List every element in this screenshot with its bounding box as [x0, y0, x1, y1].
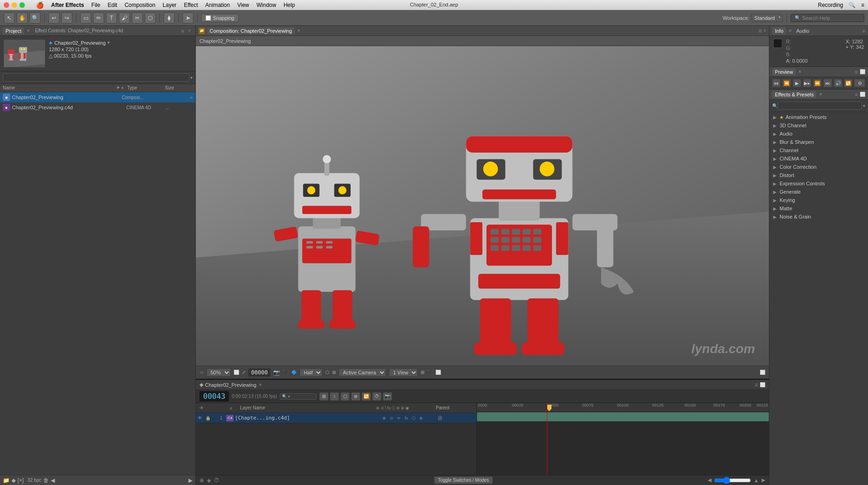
info-tab-close[interactable]: ×	[789, 28, 792, 33]
timeline-bottom-expand[interactable]: ▶	[762, 477, 765, 483]
effects-panel-menu[interactable]: ≡	[855, 92, 858, 97]
mask-icon[interactable]: ⬡	[325, 370, 329, 375]
audio-tab[interactable]: Audio	[793, 27, 812, 35]
menu-item-layer[interactable]: Layer	[163, 2, 176, 8]
render-icon[interactable]: ⬛	[427, 370, 433, 375]
play-sound-btn[interactable]: ▶▸	[803, 79, 811, 87]
new-folder-icon[interactable]: 📁	[3, 477, 10, 484]
info-tab[interactable]: Info	[772, 27, 786, 35]
effect-item-11[interactable]: ▶ Matte	[769, 204, 868, 213]
rect-tool[interactable]: ▭	[80, 12, 91, 24]
zoom-slider[interactable]	[714, 477, 751, 484]
comp-panel-menu[interactable]: ≡	[758, 28, 762, 34]
effect-item-10[interactable]: ▶ Keying	[769, 196, 868, 204]
effect-item-12[interactable]: ▶ Noise & Grain	[769, 213, 868, 221]
layer-lock-0[interactable]: 🔒	[205, 416, 210, 420]
effect-item-2[interactable]: ▶ Audio	[769, 130, 868, 138]
comp-tab-close[interactable]: ×	[298, 28, 300, 33]
project-tab[interactable]: Project	[3, 27, 24, 35]
nav-arrow[interactable]: ➤	[182, 12, 194, 24]
search-dropdown-arrow[interactable]: ▾	[190, 75, 193, 80]
comp-canvas[interactable]: lynda.com	[196, 46, 769, 366]
audio-btn[interactable]: 🔊	[834, 79, 842, 87]
expand-icon[interactable]: ▶	[188, 477, 193, 484]
file-item-0[interactable]: ◆ Chapter02_Previewing Composi... ≡	[0, 92, 195, 102]
minimize-button[interactable]	[12, 2, 17, 8]
fit-icon[interactable]: ⬜	[234, 370, 239, 375]
camera-snap-icon[interactable]: 📷	[273, 369, 280, 376]
preview-tab[interactable]: Preview	[772, 68, 796, 76]
play-btn[interactable]: ▶	[793, 79, 801, 87]
comp-tab[interactable]: Composition: Chapter02_Previewing	[207, 27, 295, 35]
menu-item-edit[interactable]: Edit	[108, 2, 117, 8]
timeline-track-area[interactable]: 0000 00025 00050 00075 00100 00125 00150…	[477, 403, 769, 475]
effect-item-4[interactable]: ▶ Channel	[769, 146, 868, 154]
snapping-toggle[interactable]: Snapping	[201, 14, 239, 22]
layer-eye-0[interactable]: 👁	[198, 415, 204, 420]
view-select[interactable]: 1 View	[389, 368, 418, 377]
timeline-tool-6[interactable]: ⏱	[372, 392, 381, 401]
effect-item-9[interactable]: ▶ Generate	[769, 188, 868, 196]
timeline-bottom-icon-3[interactable]: ⏱	[214, 477, 219, 484]
col-type[interactable]: Type	[127, 85, 164, 90]
apple-menu[interactable]: 🍎	[36, 1, 44, 9]
effect-item-3[interactable]: ▶ Blur & Sharpen	[769, 138, 868, 146]
preview-settings-btn[interactable]: ⚙	[854, 79, 865, 87]
timecode-display[interactable]: 00043	[199, 391, 229, 402]
menu-item-window[interactable]: Window	[257, 2, 276, 8]
view-icons[interactable]: ⊞	[421, 370, 424, 375]
snapping-checkbox[interactable]	[205, 15, 211, 21]
playhead[interactable]	[547, 403, 547, 475]
timeline-search[interactable]: 🔍 ▾	[280, 393, 317, 400]
trash-icon[interactable]: 🗑	[43, 477, 49, 484]
zoom-tool[interactable]: 🔍	[29, 12, 41, 24]
preview-panel-extra[interactable]: ⬜	[860, 69, 865, 74]
timeline-bottom-slider-left[interactable]: ◀	[708, 477, 711, 483]
loop-btn[interactable]: 🔁	[844, 79, 852, 87]
timeline-tool-7[interactable]: 📷	[383, 392, 392, 401]
timeline-panel-menu[interactable]: ≡	[755, 382, 758, 388]
next-frame-btn[interactable]: ⏩	[813, 79, 821, 87]
project-tab-close[interactable]: ×	[27, 28, 29, 33]
brush-tool[interactable]: 🖌	[119, 12, 130, 24]
full-screen-icon[interactable]: ⤢	[242, 370, 246, 375]
effects-tab-close[interactable]: ×	[819, 92, 822, 97]
comp-panel-close[interactable]: ×	[763, 28, 766, 33]
maximize-button[interactable]	[19, 2, 25, 8]
workspace-dropdown[interactable]: Standard ▾	[751, 14, 783, 22]
timeline-expand[interactable]: ⬜	[760, 382, 765, 387]
camera-select[interactable]: Active Camera	[339, 368, 386, 377]
color-bg-btn[interactable]: ⬛	[283, 370, 288, 375]
selection-tool[interactable]: ↖	[4, 12, 15, 24]
sw-anchor-0[interactable]: ⊕	[381, 415, 387, 421]
timeline-tool-3[interactable]: ⬡	[340, 392, 350, 401]
preview-tab-close[interactable]: ×	[798, 69, 801, 74]
file-item-1[interactable]: ■ Chapter02_Previewing.c4d CINEMA 4D ...	[0, 102, 195, 112]
menu-item-view[interactable]: View	[237, 2, 249, 8]
effect-item-5[interactable]: ▶ CINEMA 4D	[769, 154, 868, 163]
effects-tab[interactable]: Effects & Presets	[772, 91, 816, 98]
preview-panel-menu[interactable]: ≡	[855, 69, 858, 75]
effects-search-arrow[interactable]: ▾	[863, 103, 865, 108]
timeline-tool-1[interactable]: ⊞	[319, 392, 328, 401]
new-comp-icon[interactable]: ◆	[12, 477, 16, 484]
undo-btn[interactable]: ↩	[48, 12, 59, 24]
toggle-switches-modes-btn[interactable]: Toggle Switches / Modes	[434, 476, 493, 484]
close-button[interactable]	[4, 2, 9, 8]
menu-icon[interactable]: ≡	[861, 2, 864, 8]
timeline-bottom-icon-1[interactable]: ⊕	[199, 477, 204, 484]
layer-row-0[interactable]: 👁 🔒 1 C4 [Chapte...ing.c4d] ⊕ ⊙ ✏ fx ⬡ ⊗	[196, 413, 476, 423]
color-mode-btn[interactable]: 🔷	[291, 370, 297, 375]
pen-tool[interactable]: ✏	[93, 12, 104, 24]
first-frame-btn[interactable]: ⏮	[772, 79, 780, 87]
effect-item-6[interactable]: ▶ Color Correction	[769, 163, 868, 171]
zoom-select[interactable]: 50%	[206, 368, 231, 377]
effect-item-8[interactable]: ▶ Expression Controls	[769, 179, 868, 188]
left-panel-close[interactable]: ×	[186, 28, 193, 33]
puppet-tool[interactable]: ⧫	[164, 12, 175, 24]
timeline-tool-4[interactable]: ⊛	[351, 392, 360, 401]
prev-frame-btn[interactable]: ⏪	[782, 79, 791, 87]
menu-item-aftereffects[interactable]: After Effects	[51, 2, 84, 8]
timeline-tool-2[interactable]: ↕	[330, 392, 339, 401]
search-help-input[interactable]: 🔍 Search Help	[791, 14, 864, 22]
